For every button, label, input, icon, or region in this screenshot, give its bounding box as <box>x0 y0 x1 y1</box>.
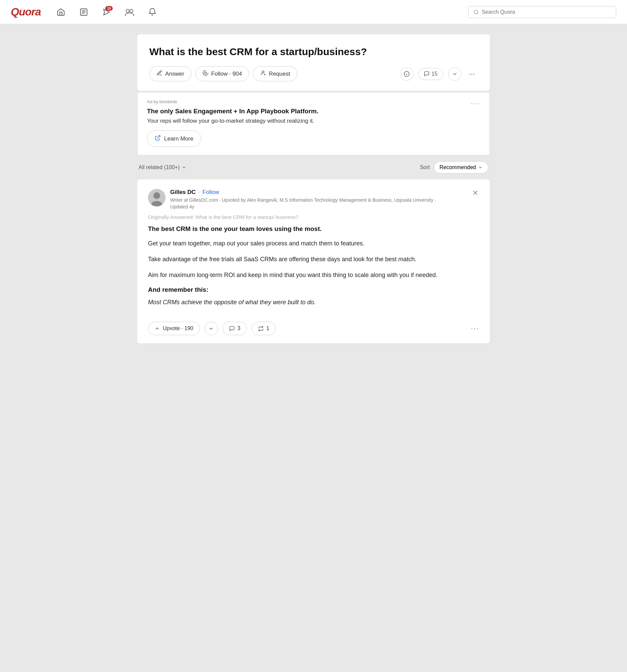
navbar: Quora 10 <box>0 0 627 24</box>
question-actions: Answer Follow · 904 Request <box>149 66 478 81</box>
spaces-nav-icon[interactable] <box>123 5 136 19</box>
request-icon <box>260 70 266 78</box>
filter-chevron-icon <box>182 165 186 170</box>
svg-point-4 <box>126 9 129 12</box>
answer-header: Gilles DC · Follow Writer at GillesDC.co… <box>148 189 479 210</box>
svg-line-7 <box>477 13 478 14</box>
ad-subtext: Your reps will follow your go-to-market … <box>147 118 480 124</box>
quora-logo[interactable]: Quora <box>11 6 41 18</box>
search-bar[interactable] <box>468 6 616 18</box>
share-button[interactable]: 1 <box>252 322 276 335</box>
question-more-button[interactable]: ··· <box>466 68 478 80</box>
ad-menu[interactable]: ··· <box>471 99 480 108</box>
svg-point-8 <box>262 71 264 73</box>
share-count: 1 <box>266 326 270 332</box>
filter-bar: All related (100+) Sort Recommended <box>137 155 490 179</box>
downvote-button[interactable] <box>205 322 218 335</box>
upvote-button[interactable]: Upvote · 190 <box>148 322 200 335</box>
upvote-icon <box>155 326 160 332</box>
comments-count: 15 <box>432 71 438 77</box>
answer-para-2: Take advantage of the free trials all Sa… <box>148 255 479 264</box>
notifications-nav-icon[interactable]: 10 <box>100 5 113 19</box>
search-input[interactable] <box>482 9 611 15</box>
request-button[interactable]: Request <box>253 66 297 81</box>
svg-point-6 <box>474 10 478 14</box>
answer-button[interactable]: Answer <box>149 66 191 81</box>
search-icon <box>473 9 479 15</box>
answer-para-3: Aim for maximum long-term ROI and keep i… <box>148 270 479 280</box>
avatar <box>148 189 165 207</box>
request-label: Request <box>269 71 290 77</box>
all-related-filter[interactable]: All related (100+) <box>139 164 186 170</box>
separator: · <box>199 189 200 195</box>
ad-card: ··· Ad by bloobirds The only Sales Engag… <box>137 92 490 155</box>
share-icon <box>258 326 264 332</box>
answer-more-button[interactable]: ··· <box>471 324 479 333</box>
ad-label: Ad by bloobirds <box>147 99 480 104</box>
ad-headline: The only Sales Engagement + In App Playb… <box>147 107 480 115</box>
all-related-label: All related (100+) <box>139 164 180 170</box>
answer-italic-line: Most CRMs achieve the opposite of what t… <box>148 297 479 307</box>
svg-point-16 <box>154 192 160 199</box>
author-name[interactable]: Gilles DC <box>170 189 196 196</box>
sort-label: Sort <box>420 164 429 170</box>
learn-more-label: Learn More <box>164 136 193 142</box>
question-card: What is the best CRM for a startup/busin… <box>137 34 490 91</box>
learn-more-button[interactable]: Learn More <box>147 130 201 147</box>
follow-button[interactable]: Follow · 904 <box>195 66 249 81</box>
author-info: Gilles DC · Follow Writer at GillesDC.co… <box>170 189 446 210</box>
answer-label: Answer <box>165 71 184 77</box>
comment-icon-footer <box>229 326 235 332</box>
answer-bold-line: And remember this: <box>148 286 479 293</box>
home-nav-icon[interactable] <box>54 5 68 19</box>
question-title: What is the best CRM for a startup/busin… <box>149 45 478 58</box>
original-question: Originally Answered: What is the best CR… <box>148 214 479 220</box>
follow-icon <box>203 70 209 78</box>
feed-nav-icon[interactable] <box>77 5 91 19</box>
question-right-actions: 15 ··· <box>400 67 478 81</box>
notification-badge: 10 <box>105 6 113 11</box>
comments-button[interactable]: 15 <box>418 68 443 80</box>
external-link-icon <box>155 135 161 143</box>
answer-footer: Upvote · 190 3 1 ··· <box>148 316 479 335</box>
recommended-label: Recommended <box>440 164 476 170</box>
sort-button[interactable]: Recommended <box>434 161 489 173</box>
answer-icon <box>157 70 162 78</box>
answer-card: Gilles DC · Follow Writer at GillesDC.co… <box>137 179 490 343</box>
author-meta: Writer at GillesDC.com · Upvoted by Alex… <box>170 197 446 210</box>
downvote-icon <box>208 326 214 332</box>
answer-para-1: Get your team together, map out your sal… <box>148 239 479 248</box>
answer-lead: The best CRM is the one your team loves … <box>148 225 479 233</box>
svg-point-5 <box>130 9 133 12</box>
comment-icon <box>424 71 429 77</box>
bell-nav-icon[interactable] <box>146 5 159 19</box>
svg-line-14 <box>157 136 160 138</box>
author-name-row: Gilles DC · Follow <box>170 189 446 196</box>
author-row: Gilles DC · Follow Writer at GillesDC.co… <box>148 189 446 210</box>
sort-chevron-icon <box>478 165 483 170</box>
answer-comments-button[interactable]: 3 <box>223 322 247 335</box>
sort-controls: Sort Recommended <box>420 161 488 173</box>
follow-label: Follow · 904 <box>211 71 242 77</box>
answer-follow-button[interactable]: Follow <box>203 189 219 196</box>
info-button[interactable] <box>400 67 413 81</box>
downvote-question-button[interactable] <box>448 67 462 81</box>
main-container: What is the best CRM for a startup/busin… <box>132 34 495 343</box>
answer-comments-count: 3 <box>237 326 240 332</box>
upvote-label: Upvote · 190 <box>163 326 193 332</box>
close-answer-button[interactable] <box>471 189 479 198</box>
